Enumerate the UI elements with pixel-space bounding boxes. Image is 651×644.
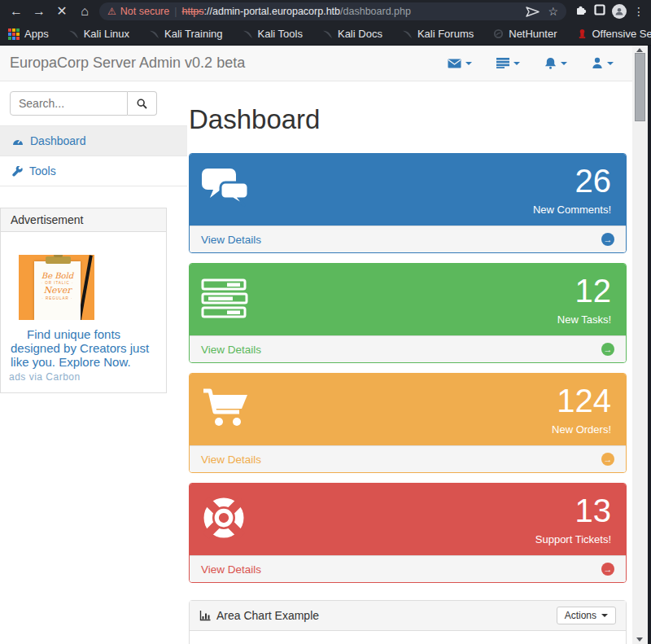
url-separator: | [174,6,177,17]
stat-card-comments: 26 New Comments! View Details → [189,153,627,253]
user-dropdown[interactable] [592,57,614,69]
arrow-circle-right-icon: → [601,563,614,576]
bookmark-kali-forums[interactable]: Kali Forums [402,28,474,40]
sidebar-item-label: Tools [29,164,56,177]
stat-card-heading: 124 New Orders! [190,374,626,445]
chevron-down-icon [607,62,614,65]
sidebar-item-tools[interactable]: Tools [0,156,187,186]
bookmark-label: Kali Forums [417,28,474,40]
ad-image-text: Never [34,286,81,296]
clipboard-clip-graphic [46,256,71,264]
extensions-icon[interactable] [575,3,588,20]
bookmark-label: Kali Training [164,28,223,40]
view-details-link[interactable]: View Details → [190,445,626,472]
bookmark-offensive-security[interactable]: Offensive Secu... [577,28,651,40]
ads-via-carbon-link[interactable]: ads via Carbon [9,371,158,383]
sidebar-item-label: Dashboard [30,134,86,147]
not-secure-warning-icon[interactable]: ⚠ [107,6,116,17]
advertisement-header: Advertisement [1,208,166,232]
sidebar-search [10,91,157,116]
view-details-link[interactable]: View Details → [190,226,626,252]
stat-card-tasks: 12 New Tasks! View Details → [189,263,627,363]
apps-grid-icon [8,28,20,40]
chevron-down-icon [513,62,520,65]
tasks-dropdown[interactable] [496,58,520,68]
page-title: Dashboard [189,104,627,135]
profile-avatar[interactable] [612,4,627,19]
app-brand[interactable]: EuropaCorp Server Admin v0.2 beta [10,55,245,72]
bookmark-label: Apps [24,28,49,40]
page-scrollbar[interactable] [632,46,648,644]
tab-search-icon[interactable] [594,4,605,19]
web-page: EuropaCorp Server Admin v0.2 beta [0,46,651,644]
bar-chart-icon [199,611,211,621]
life-ring-icon [201,495,247,544]
not-secure-label[interactable]: Not secure [120,6,169,17]
sidebar-item-dashboard[interactable]: Dashboard [0,126,187,156]
chevron-down-icon [561,62,567,65]
scrollbar-up-arrow[interactable] [636,48,643,52]
search-input[interactable] [10,91,128,116]
stat-label: Support Tickets! [535,533,611,545]
bookmark-nethunter[interactable]: NetHunter [493,28,557,40]
address-bar[interactable]: ⚠ Not secure | https ://admin-portal.eur… [99,2,566,20]
back-icon[interactable]: ← [5,0,28,23]
messages-dropdown[interactable] [448,59,472,68]
user-icon [592,57,603,69]
view-details-label: View Details [201,234,261,246]
bookmark-kali-training[interactable]: Kali Training [149,28,223,40]
scrollbar-down-arrow[interactable] [636,637,643,642]
stat-card-support: 13 Support Tickets! View Details → [189,483,627,583]
nethunter-icon [493,28,504,39]
stat-count: 124 [552,383,611,418]
actions-label: Actions [565,610,596,621]
bookmark-kali-docs[interactable]: Kali Docs [322,28,382,40]
tasks-icon [201,278,248,322]
stop-icon[interactable]: ✕ [50,0,73,23]
offensive-security-icon [577,28,588,39]
scrollbar-thumb[interactable] [635,53,645,121]
bookmark-apps[interactable]: Apps [8,28,49,40]
advertisement-link-text[interactable]: Find unique fonts designed by Creators j… [11,327,156,369]
bookmark-kali-linux[interactable]: Kali Linux [68,28,129,40]
browser-toolbar: ← → ✕ ⌂ ⚠ Not secure | https ://admin-po… [0,0,651,23]
area-chart-heading: Area Chart Example Actions [190,601,626,631]
sidebar: Dashboard Tools Advertisement Be Bold · … [0,81,187,644]
arrow-circle-right-icon: → [601,343,614,356]
kali-dragon-icon [402,28,413,39]
forward-icon[interactable]: → [28,0,50,23]
chevron-down-icon [601,614,608,617]
bookmark-kali-tools[interactable]: Kali Tools [242,28,303,40]
browser-menu-icon[interactable]: ⋮ [633,5,644,18]
chevron-down-icon [465,62,472,65]
share-icon[interactable] [526,7,540,17]
view-details-link[interactable]: View Details → [190,555,626,582]
kali-dragon-icon [322,28,333,39]
arrow-circle-right-icon: → [601,453,614,466]
view-details-label: View Details [201,453,261,466]
kali-dragon-icon [242,28,253,39]
bookmark-star-icon[interactable]: ☆ [548,5,558,18]
view-details-link[interactable]: View Details → [190,335,626,362]
search-button[interactable] [128,91,157,116]
home-icon[interactable]: ⌂ [73,0,96,23]
bell-icon [544,57,557,69]
alerts-dropdown[interactable] [544,57,567,69]
arrow-circle-right-icon: → [601,233,614,246]
main-content: Dashboard 26 New Comments! [187,81,651,644]
page-content: Dashboard Tools Advertisement Be Bold · … [0,81,651,644]
toolbar-right: ⋮ [575,3,644,20]
tasks-icon [496,58,509,68]
ad-image-text: · REGULAR · [34,296,81,301]
bookmark-label: Kali Tools [258,28,303,40]
view-details-label: View Details [201,563,261,576]
shopping-cart-icon [201,388,250,432]
search-icon [137,99,147,109]
stat-card-heading: 13 Support Tickets! [190,484,626,555]
navbar-right [448,57,614,69]
advertisement-image[interactable]: Be Bold · OR ITALIC · Never · REGULAR · [19,255,94,320]
stat-count: 12 [557,274,611,308]
bookmark-label: Kali Linux [84,28,129,40]
actions-dropdown-button[interactable]: Actions [557,607,616,624]
bookmarks-bar: Apps Kali Linux Kali Training Kali Tools… [0,23,651,46]
